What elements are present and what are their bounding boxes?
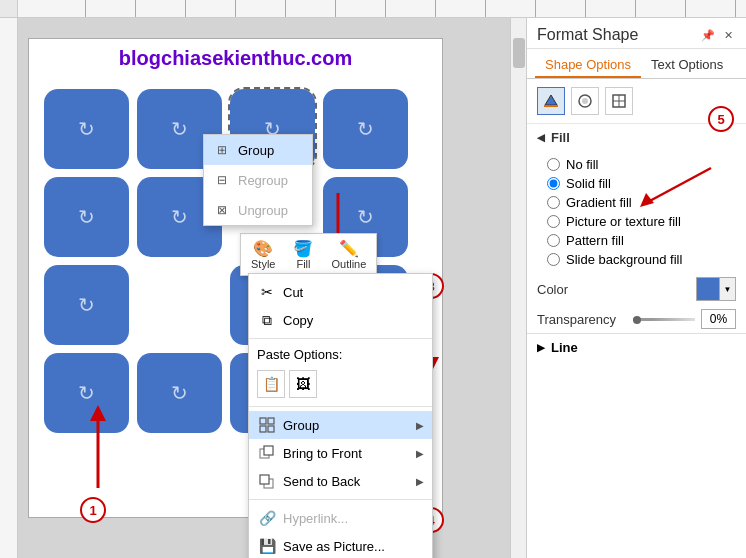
color-dropdown-btn[interactable]: ▼ xyxy=(719,278,735,300)
ctx-paste-label: Paste Options: xyxy=(249,343,432,366)
svg-marker-9 xyxy=(90,405,106,421)
outline-icon: ✏️ xyxy=(339,239,359,258)
fill-slide-bg-radio[interactable] xyxy=(547,253,560,266)
scrollbar-vertical[interactable] xyxy=(510,18,526,558)
style-icon: 🎨 xyxy=(253,239,273,258)
fill-gradient-radio[interactable] xyxy=(547,196,560,209)
color-picker-btn[interactable]: ▼ xyxy=(696,277,736,301)
submenu-ungroup-icon: ⊠ xyxy=(212,200,232,220)
svg-rect-1 xyxy=(268,426,274,432)
fill-slide-bg-option[interactable]: Slide background fill xyxy=(547,250,726,269)
svg-rect-5 xyxy=(264,446,273,455)
ctx-save-as-picture[interactable]: 💾 Save as Picture... xyxy=(249,532,432,558)
mini-toolbar-style[interactable]: 🎨 Style xyxy=(247,237,279,272)
group-arrow: ▶ xyxy=(416,420,424,431)
bring-front-icon xyxy=(257,443,277,463)
ctx-group[interactable]: Group ▶ xyxy=(249,411,432,439)
scrollbar-thumb[interactable] xyxy=(513,38,525,68)
transparency-row: Transparency 0% xyxy=(527,305,746,333)
ruler-top xyxy=(0,0,746,18)
mini-toolbar-outline[interactable]: ✏️ Outline xyxy=(327,237,370,272)
fill-line-icon-btn[interactable] xyxy=(537,87,565,115)
paste-btn-1[interactable]: 📋 xyxy=(257,370,285,398)
paste-btn-2[interactable]: 🖼 xyxy=(289,370,317,398)
fill-picture-option[interactable]: Picture or texture fill xyxy=(547,212,726,231)
send-back-icon xyxy=(257,471,277,491)
submenu-regroup-item[interactable]: ⊟ Regroup xyxy=(204,165,312,195)
fill-picture-radio[interactable] xyxy=(547,215,560,228)
color-row: Color ▼ xyxy=(527,273,746,305)
transparency-label: Transparency xyxy=(537,312,627,327)
fill-arrow: ◀ xyxy=(537,132,545,143)
fill-label: Fill xyxy=(296,258,310,270)
svg-point-18 xyxy=(582,98,588,104)
effects-icon-btn[interactable] xyxy=(571,87,599,115)
shape-1-4[interactable] xyxy=(323,89,408,169)
arrow-5-icon xyxy=(636,163,716,213)
svg-rect-3 xyxy=(260,426,266,432)
ctx-bring-to-front[interactable]: Bring to Front ▶ xyxy=(249,439,432,467)
shape-1-1[interactable] xyxy=(44,89,129,169)
submenu-group-item[interactable]: ⊞ Group xyxy=(204,135,312,165)
ctx-hyperlink-section: 🔗 Hyperlink... 💾 Save as Picture... xyxy=(249,500,432,558)
bring-front-arrow: ▶ xyxy=(416,448,424,459)
line-section-header[interactable]: ▶ Line xyxy=(527,333,746,361)
fill-pattern-option[interactable]: Pattern fill xyxy=(547,231,726,250)
submenu-group: ⊞ Group ⊟ Regroup ⊠ Ungroup xyxy=(203,134,313,226)
submenu-group-icon: ⊞ xyxy=(212,140,232,160)
panel-tabs: Shape Options Text Options xyxy=(527,49,746,79)
main-area: blogchiasekienthuc.com xyxy=(0,18,746,558)
ctx-copy[interactable]: ⧉ Copy xyxy=(249,306,432,334)
send-back-arrow: ▶ xyxy=(416,476,424,487)
fill-none-radio[interactable] xyxy=(547,158,560,171)
tab-shape-options[interactable]: Shape Options xyxy=(535,53,641,78)
svg-rect-2 xyxy=(268,418,274,424)
mini-toolbar: 🎨 Style 🪣 Fill ✏️ Outline xyxy=(240,233,377,276)
hyperlink-icon: 🔗 xyxy=(257,508,277,528)
shape-2-1[interactable] xyxy=(44,177,129,257)
shape-4-2[interactable] xyxy=(137,353,222,433)
shape-3-1[interactable] xyxy=(44,265,129,345)
fill-icon: 🪣 xyxy=(293,239,313,258)
ctx-cut-copy-section: ✂ Cut ⧉ Copy xyxy=(249,274,432,339)
size-icon-btn[interactable] xyxy=(605,87,633,115)
save-picture-icon: 💾 xyxy=(257,536,277,556)
transparency-value[interactable]: 0% xyxy=(701,309,736,329)
tab-text-options[interactable]: Text Options xyxy=(641,53,733,78)
fill-solid-radio[interactable] xyxy=(547,177,560,190)
paste-icons-row: 📋 🖼 xyxy=(249,366,432,402)
panel-close-buttons: 📌 ✕ xyxy=(700,27,736,43)
ctx-send-to-back[interactable]: Send to Back ▶ xyxy=(249,467,432,495)
format-panel: Format Shape 📌 ✕ Shape Options Text Opti… xyxy=(526,18,746,558)
fill-pattern-radio[interactable] xyxy=(547,234,560,247)
arrow-1-icon xyxy=(68,403,128,493)
transparency-slider[interactable] xyxy=(633,318,695,321)
style-label: Style xyxy=(251,258,275,270)
submenu-ungroup-item[interactable]: ⊠ Ungroup xyxy=(204,195,312,225)
outline-label: Outline xyxy=(331,258,366,270)
panel-close-button[interactable]: ✕ xyxy=(720,27,736,43)
svg-rect-16 xyxy=(544,105,558,107)
group-icon xyxy=(257,415,277,435)
ruler-top-marks xyxy=(36,0,746,17)
svg-rect-7 xyxy=(260,475,269,484)
shape-empty2 xyxy=(137,265,222,345)
panel-title: Format Shape xyxy=(537,26,638,44)
ctx-paste-section: Paste Options: 📋 🖼 xyxy=(249,339,432,407)
ctx-hyperlink[interactable]: 🔗 Hyperlink... xyxy=(249,504,432,532)
ctx-cut[interactable]: ✂ Cut xyxy=(249,278,432,306)
ruler-left xyxy=(0,18,18,558)
context-menu: ✂ Cut ⧉ Copy Paste Options: 📋 🖼 xyxy=(248,273,433,558)
cut-icon: ✂ xyxy=(257,282,277,302)
mini-toolbar-fill[interactable]: 🪣 Fill xyxy=(289,237,317,272)
panel-title-bar: Format Shape 📌 ✕ xyxy=(527,18,746,49)
ctx-group-section: Group ▶ Bring to Front ▶ Send to Back ▶ xyxy=(249,407,432,500)
svg-rect-0 xyxy=(260,418,266,424)
copy-icon: ⧉ xyxy=(257,310,277,330)
annotation-5: 5 xyxy=(708,106,734,132)
annotation-1: 1 xyxy=(80,497,106,523)
line-arrow: ▶ xyxy=(537,342,545,353)
color-swatch xyxy=(697,278,719,300)
panel-pin-button[interactable]: 📌 xyxy=(700,27,716,43)
submenu-regroup-icon: ⊟ xyxy=(212,170,232,190)
